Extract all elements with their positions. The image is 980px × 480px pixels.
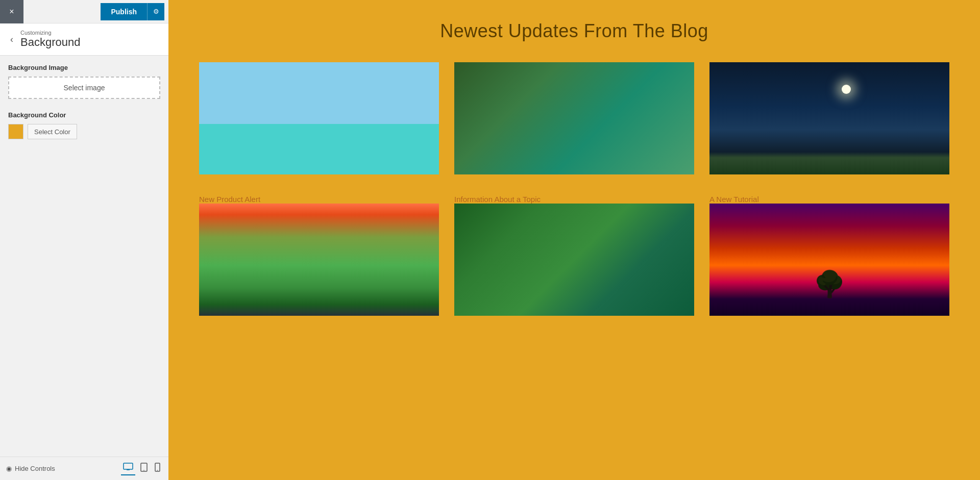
section-title: Background — [20, 36, 80, 49]
color-row: Select Color — [8, 124, 160, 139]
top-bar: × Publish ⚙ — [0, 0, 168, 23]
svg-point-4 — [143, 470, 144, 471]
gear-icon: ⚙ — [153, 8, 159, 15]
post-card: Information About a Topic — [454, 190, 694, 316]
desktop-view-button[interactable] — [121, 462, 135, 475]
mobile-view-button[interactable] — [153, 462, 162, 475]
hide-icon: ◉ — [6, 465, 12, 472]
bg-color-section: Background Color Select Color — [8, 111, 160, 139]
post-card — [709, 62, 949, 174]
bg-color-heading: Background Color — [8, 111, 160, 119]
blog-heading: Newest Updates From The Blog — [199, 20, 949, 42]
sidebar: × Publish ⚙ ‹ Customizing Background Bac… — [0, 0, 168, 480]
post-image-waterfall — [199, 204, 439, 316]
color-swatch[interactable] — [8, 124, 23, 139]
close-button[interactable]: × — [0, 0, 23, 23]
close-icon: × — [9, 7, 14, 16]
tablet-view-button[interactable] — [138, 462, 150, 475]
breadcrumb: ‹ Customizing Background — [0, 23, 168, 56]
select-image-button[interactable]: Select image — [8, 77, 160, 99]
customizing-label: Customizing — [20, 30, 80, 36]
post-card: A New Tutorial — [709, 190, 949, 316]
svg-point-6 — [157, 470, 158, 471]
device-icons — [121, 462, 162, 475]
post-card — [199, 62, 439, 174]
back-button[interactable]: ‹ — [8, 34, 15, 45]
select-color-button[interactable]: Select Color — [28, 124, 77, 139]
post-image-forest-river — [454, 62, 694, 174]
breadcrumb-text: Customizing Background — [20, 30, 80, 49]
post-link-2[interactable]: Information About a Topic — [454, 195, 694, 204]
bg-image-heading: Background Image — [8, 64, 160, 71]
post-card — [454, 62, 694, 174]
post-link-3[interactable]: A New Tutorial — [709, 195, 949, 204]
post-image-forest-stream — [454, 204, 694, 316]
sidebar-content: Background Image Select image Background… — [0, 56, 168, 457]
posts-grid: New Product Alert Information About a To… — [199, 62, 949, 316]
bottom-bar: ◉ Hide Controls — [0, 457, 168, 480]
publish-button[interactable]: Publish — [101, 3, 147, 20]
post-image-tree-sunset — [709, 204, 949, 316]
post-link-1[interactable]: New Product Alert — [199, 195, 439, 204]
bg-image-section: Background Image Select image — [8, 64, 160, 109]
settings-button[interactable]: ⚙ — [147, 3, 164, 20]
publish-wrapper: Publish ⚙ — [101, 3, 164, 20]
preview-area: Newest Updates From The Blog New Product… — [168, 0, 980, 480]
post-image-moonlit-dock — [709, 62, 949, 174]
hide-controls-label: Hide Controls — [15, 465, 55, 472]
post-image-ocean — [199, 62, 439, 174]
post-card: New Product Alert — [199, 190, 439, 316]
svg-rect-0 — [124, 463, 133, 469]
hide-controls-button[interactable]: ◉ Hide Controls — [6, 465, 55, 472]
